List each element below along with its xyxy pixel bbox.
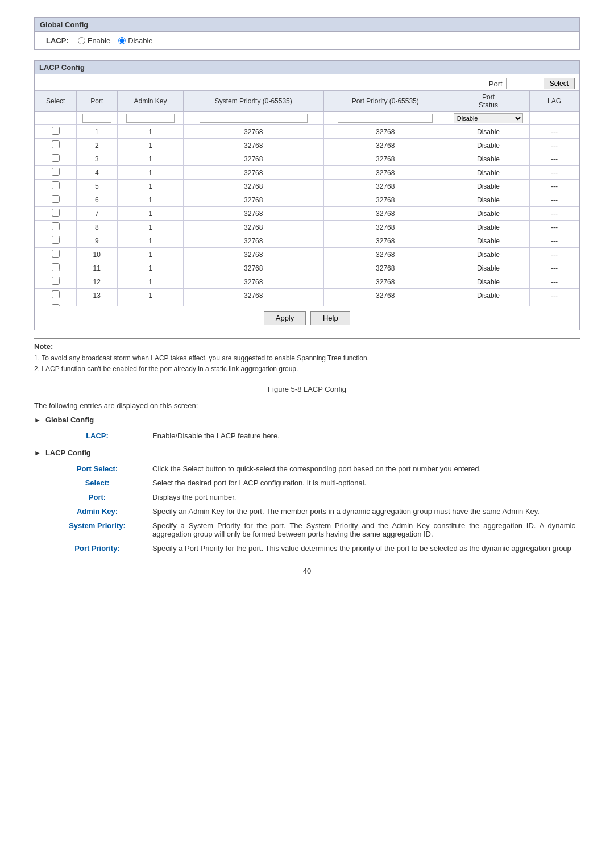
row-status: Disable (447, 261, 530, 275)
row-adminkey: 1 (118, 180, 184, 193)
row-portpri: 32768 (323, 207, 447, 221)
row-lag: --- (530, 180, 579, 193)
apply-button[interactable]: Apply (264, 311, 306, 325)
row-port: 7 (76, 207, 118, 221)
desc-field-text: Enable/Disable the LACP feature here. (148, 429, 580, 443)
row-select-cell (35, 152, 77, 166)
global-config-section: Global Config LACP: Enable Disable (34, 17, 580, 50)
row-select-cell (35, 289, 77, 302)
row-portpri: 32768 (323, 166, 447, 180)
row-checkbox[interactable] (52, 250, 60, 258)
row-portpri: 32768 (323, 152, 447, 166)
row-syspri: 32768 (184, 180, 324, 193)
desc-field-label: System Priority: (34, 518, 148, 541)
row-checkbox[interactable] (52, 209, 60, 217)
desc-section-title-0: ►Global Config (34, 416, 580, 424)
row-checkbox[interactable] (52, 181, 60, 189)
row-checkbox[interactable] (52, 140, 60, 148)
row-checkbox[interactable] (52, 263, 60, 271)
filter-portpri-input[interactable] (338, 114, 433, 123)
row-checkbox[interactable] (52, 222, 60, 230)
row-port: 10 (76, 248, 118, 261)
desc-field-label: Port Priority: (34, 541, 148, 555)
row-adminkey: 1 (118, 193, 184, 207)
page-number: 40 (34, 567, 580, 575)
desc-row: Admin Key:Specify an Admin Key for the p… (34, 504, 580, 518)
table-filter-row: Disable Enable (35, 112, 579, 125)
row-syspri: 32768 (184, 221, 324, 234)
row-lag: --- (530, 234, 579, 248)
row-portpri: 32768 (323, 234, 447, 248)
select-button[interactable]: Select (544, 78, 575, 89)
row-port: 8 (76, 221, 118, 234)
table-row: 513276832768Disable--- (35, 180, 579, 193)
desc-field-label: Admin Key: (34, 504, 148, 518)
row-port: 4 (76, 166, 118, 180)
desc-section-1: ►LACP ConfigPort Select:Click the Select… (34, 448, 580, 555)
lacp-enable-radio[interactable] (78, 37, 85, 44)
row-checkbox[interactable] (52, 168, 60, 176)
table-row: 1213276832768Disable--- (35, 275, 579, 289)
row-syspri: 32768 (184, 152, 324, 166)
row-checkbox[interactable] (52, 195, 60, 203)
row-status: Disable (447, 152, 530, 166)
table-row: 1113276832768Disable--- (35, 261, 579, 275)
row-checkbox[interactable] (52, 277, 60, 285)
row-checkbox[interactable] (52, 236, 60, 244)
filter-syspri-input[interactable] (200, 114, 308, 123)
lacp-enable-label: Enable (88, 36, 110, 45)
row-port: 3 (76, 152, 118, 166)
row-portpri: 32768 (323, 193, 447, 207)
table-header-row: Select Port Admin Key System Priority (0… (35, 91, 579, 112)
desc-field-label: LACP: (34, 429, 148, 443)
row-checkbox[interactable] (52, 304, 60, 306)
lacp-disable-label: Disable (128, 36, 152, 45)
row-syspri: 32768 (184, 261, 324, 275)
desc-row: Select:Select the desired port for LACP … (34, 476, 580, 490)
row-checkbox[interactable] (52, 127, 60, 135)
row-status: Disable (447, 125, 530, 139)
arrow-icon: ► (34, 449, 41, 457)
lacp-label: LACP: (46, 36, 69, 45)
row-select-cell (35, 180, 77, 193)
row-status: Disable (447, 193, 530, 207)
row-select-cell (35, 234, 77, 248)
desc-field-label: Select: (34, 476, 148, 490)
row-status: Disable (447, 180, 530, 193)
help-button[interactable]: Help (310, 311, 350, 325)
filter-status-cell: Disable Enable (447, 112, 530, 125)
filter-status-select[interactable]: Disable Enable (454, 113, 523, 123)
row-adminkey: 1 (118, 302, 184, 307)
desc-table-1: Port Select:Click the Select button to q… (34, 462, 580, 555)
row-lag: --- (530, 261, 579, 275)
row-select-cell (35, 248, 77, 261)
row-lag: --- (530, 221, 579, 234)
row-lag: --- (530, 125, 579, 139)
row-checkbox[interactable] (52, 154, 60, 162)
lacp-disable-radio[interactable] (118, 37, 126, 44)
row-lag: --- (530, 289, 579, 302)
row-port: 14 (76, 302, 118, 307)
lacp-radio-group: Enable Disable (78, 36, 153, 45)
button-row: Apply Help (35, 306, 579, 330)
table-row: 113276832768Disable--- (35, 125, 579, 139)
filter-port-input[interactable] (82, 114, 111, 123)
table-row: 813276832768Disable--- (35, 221, 579, 234)
table-row: 1013276832768Disable--- (35, 248, 579, 261)
port-select-input[interactable] (506, 78, 540, 89)
lacp-disable-option[interactable]: Disable (118, 36, 152, 45)
row-adminkey: 1 (118, 139, 184, 152)
lacp-config-header: LACP Config (35, 61, 579, 74)
filter-adminkey-input[interactable] (126, 114, 175, 123)
port-label: Port (489, 80, 503, 88)
row-adminkey: 1 (118, 166, 184, 180)
col-header-portpri: Port Priority (0-65535) (323, 91, 447, 112)
row-checkbox[interactable] (52, 290, 60, 298)
row-syspri: 32768 (184, 234, 324, 248)
lacp-table-wrapper[interactable]: Select Port Admin Key System Priority (0… (35, 90, 579, 306)
row-portpri: 32768 (323, 275, 447, 289)
lacp-enable-option[interactable]: Enable (78, 36, 110, 45)
row-syspri: 32768 (184, 302, 324, 307)
desc-field-text: Specify a System Priority for the port. … (148, 518, 580, 541)
desc-section-title-1: ►LACP Config (34, 448, 580, 457)
